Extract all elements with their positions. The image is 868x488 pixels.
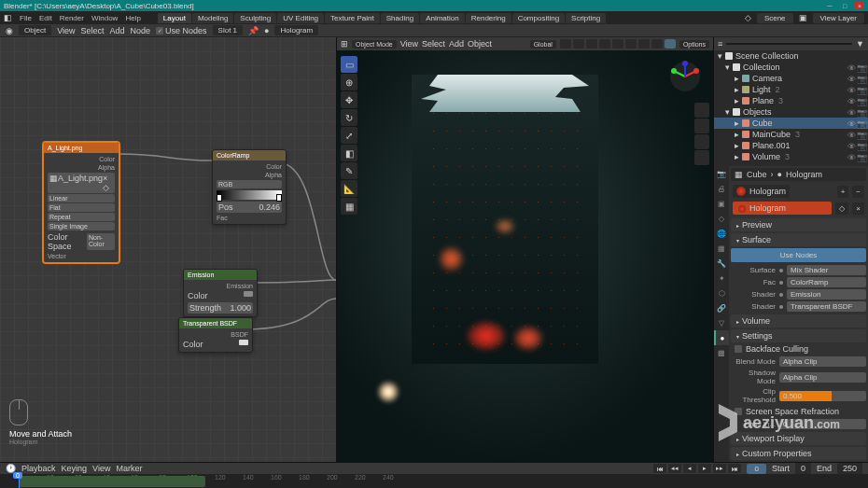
- editor-type-icon[interactable]: ⊞: [341, 39, 348, 49]
- scale-tool[interactable]: ⤢: [341, 127, 357, 144]
- menu-edit[interactable]: Edit: [39, 14, 52, 22]
- transform-tool[interactable]: ◧: [341, 145, 357, 161]
- jump-start-button[interactable]: ⏮: [653, 464, 666, 473]
- move-tool[interactable]: ✥: [341, 91, 357, 108]
- gizmo-icon[interactable]: [586, 39, 597, 49]
- surface-dropdown[interactable]: Mix Shader: [787, 265, 866, 275]
- play-button[interactable]: ▸: [698, 464, 711, 473]
- input-fac[interactable]: Fac: [217, 214, 282, 222]
- pin-icon[interactable]: 📌: [248, 26, 259, 35]
- slot-dropdown[interactable]: Slot 1: [213, 25, 243, 35]
- tab-texture[interactable]: ▩: [714, 345, 729, 360]
- maximize-button[interactable]: □: [840, 2, 849, 9]
- tab-output[interactable]: 🖨: [714, 181, 729, 196]
- menu-node[interactable]: Node: [131, 26, 151, 35]
- tab-modifier[interactable]: 🔧: [714, 256, 729, 271]
- close-button[interactable]: ×: [855, 2, 864, 9]
- material-slot[interactable]: Hologram: [733, 185, 790, 198]
- output-alpha[interactable]: Alpha: [48, 163, 115, 172]
- mode-dropdown[interactable]: Object Mode: [352, 40, 397, 49]
- outliner-item[interactable]: ▸Volume3👁📷: [714, 151, 868, 162]
- pass-index-field[interactable]: 0: [779, 419, 866, 429]
- outliner-item[interactable]: ▾Collection👁📷: [714, 62, 868, 73]
- tab-rendering[interactable]: Rendering: [466, 13, 511, 23]
- tab-animation[interactable]: Animation: [420, 13, 465, 23]
- input-color[interactable]: Color: [188, 290, 253, 301]
- pos-field[interactable]: Pos0.246: [217, 202, 282, 213]
- output-bsdf[interactable]: BSDF: [183, 330, 248, 339]
- panel-viewport-display[interactable]: ▸Viewport Display: [731, 432, 866, 445]
- shading-rendered-icon[interactable]: [665, 39, 676, 49]
- 3d-viewport[interactable]: ⊞ Object Mode View Select Add Object Glo…: [336, 37, 714, 462]
- tab-data[interactable]: ▽: [714, 315, 729, 330]
- interp-field[interactable]: Linear: [48, 194, 115, 202]
- menu-help[interactable]: Help: [125, 14, 140, 22]
- outliner-search[interactable]: [726, 43, 852, 45]
- minimize-button[interactable]: ─: [825, 2, 834, 9]
- input-color[interactable]: Color: [183, 339, 248, 350]
- menu-add[interactable]: Add: [110, 26, 125, 35]
- select-tool[interactable]: ▭: [341, 56, 357, 73]
- unlink-button[interactable]: ×: [852, 202, 864, 215]
- xray-icon[interactable]: [612, 39, 623, 49]
- backface-check[interactable]: Backface Culling: [731, 342, 866, 356]
- tab-scene[interactable]: ◇: [714, 211, 729, 226]
- tab-layout[interactable]: Layout: [158, 13, 191, 23]
- remove-slot-button[interactable]: −: [852, 186, 864, 198]
- panel-surface[interactable]: ▾Surface: [731, 233, 866, 246]
- tab-particle[interactable]: ✦: [714, 271, 729, 286]
- output-emission[interactable]: Emission: [188, 282, 253, 290]
- menu-view[interactable]: View: [400, 39, 418, 49]
- editor-type-icon[interactable]: ◉: [6, 26, 13, 35]
- persp-icon[interactable]: [694, 150, 709, 165]
- node-transparent-bsdf[interactable]: Transparent BSDF BSDF Color: [178, 317, 253, 353]
- current-frame-field[interactable]: 0: [747, 464, 765, 474]
- rotate-tool[interactable]: ↻: [341, 109, 357, 126]
- panel-preview[interactable]: ▸Preview: [731, 218, 866, 231]
- image-file-field[interactable]: ▦A_Light.png× ◇: [48, 173, 115, 193]
- use-nodes-button[interactable]: Use Nodes: [731, 248, 866, 262]
- output-color[interactable]: Color: [217, 162, 282, 171]
- fac-dropdown[interactable]: ColorRamp: [787, 277, 866, 287]
- tab-modeling[interactable]: Modeling: [192, 13, 233, 23]
- menu-select[interactable]: Select: [422, 39, 445, 49]
- next-key-button[interactable]: ▸▸: [713, 464, 726, 473]
- mode-field[interactable]: RGB: [217, 180, 282, 188]
- outliner-item[interactable]: ▸Light2👁📷: [714, 84, 868, 95]
- menu-object[interactable]: Object: [468, 39, 492, 49]
- jump-end-button[interactable]: ⏭: [728, 464, 741, 473]
- pan-icon[interactable]: [694, 119, 709, 133]
- color-ramp-widget[interactable]: [217, 190, 282, 200]
- material-dropdown[interactable]: Hologram: [274, 25, 318, 35]
- orientation-dropdown[interactable]: Global: [530, 40, 556, 49]
- ext-field[interactable]: Repeat: [48, 213, 115, 221]
- shader2-dropdown[interactable]: Transparent BSDF: [787, 301, 866, 312]
- nav-gizmo[interactable]: [668, 60, 702, 93]
- zoom-icon[interactable]: [694, 103, 709, 118]
- tab-sculpting[interactable]: Sculpting: [234, 13, 276, 23]
- menu-select[interactable]: Select: [80, 26, 104, 35]
- outliner-item[interactable]: ▸Plane3👁📷: [714, 95, 868, 106]
- tab-scripting[interactable]: Scripting: [566, 13, 606, 23]
- tab-physics[interactable]: ⬡: [714, 286, 729, 300]
- tab-constraint[interactable]: 🔗: [714, 300, 729, 315]
- proj-field[interactable]: Flat: [48, 203, 115, 212]
- tab-shading[interactable]: Shading: [381, 13, 419, 23]
- cursor-tool[interactable]: ⊕: [341, 74, 357, 91]
- tab-uv[interactable]: UV Editing: [277, 13, 324, 23]
- node-colorramp[interactable]: ColorRamp Color Alpha RGB Pos0.246 Fac: [212, 149, 287, 225]
- menu-keying[interactable]: Keying: [62, 464, 88, 473]
- outliner-item[interactable]: ▾Objects👁📷: [714, 106, 868, 118]
- shading-wire-icon[interactable]: [625, 39, 637, 49]
- blend-mode-dropdown[interactable]: Alpha Clip: [779, 356, 866, 367]
- outliner[interactable]: ≡ ▼ ▾Scene Collection ▾Collection👁📷 ▸Cam…: [714, 37, 868, 166]
- panel-settings[interactable]: ▾Settings: [731, 329, 866, 342]
- outliner-item-selected[interactable]: ▸Cube👁📷: [714, 118, 868, 129]
- shader1-dropdown[interactable]: Emission: [787, 289, 866, 300]
- playhead[interactable]: [19, 474, 20, 489]
- outliner-item[interactable]: ▸MainCube3👁📷: [714, 129, 868, 140]
- strength-field[interactable]: Strength1.000: [188, 302, 253, 314]
- menu-window[interactable]: Window: [91, 14, 118, 22]
- play-reverse-button[interactable]: ◂: [683, 464, 696, 473]
- menu-playback[interactable]: Playback: [21, 464, 56, 473]
